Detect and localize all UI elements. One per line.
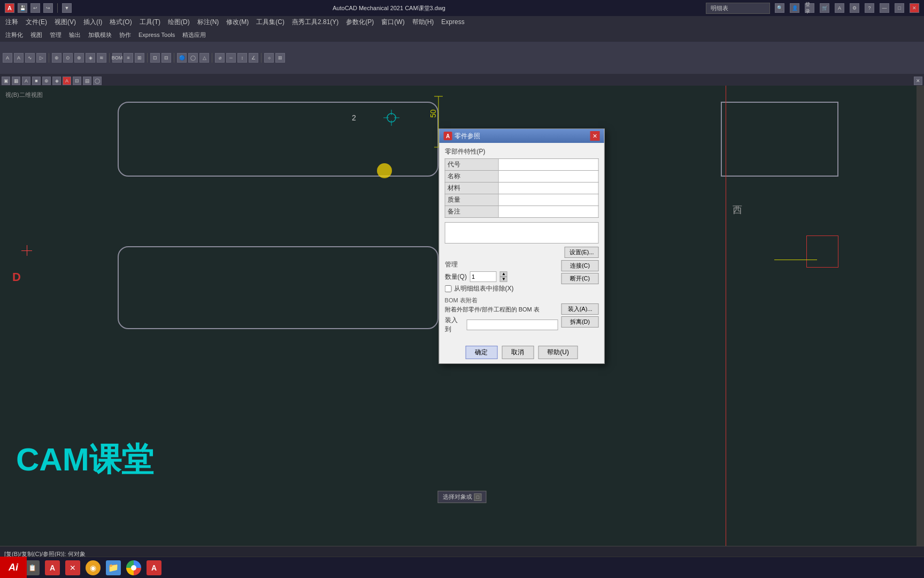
tab-view[interactable]: 视图 [27, 30, 45, 40]
strip-icon-1[interactable]: ▣ [2, 77, 10, 85]
tb-icon-20[interactable]: ↕ [237, 53, 247, 63]
strip-icon-3[interactable]: A [22, 77, 30, 85]
qty-input[interactable] [470, 271, 497, 282]
prop-value-code[interactable] [498, 159, 598, 171]
help-icon[interactable]: ? [865, 3, 874, 13]
cancel-button[interactable]: 取消 [502, 346, 534, 359]
menu-view[interactable]: 视图(V) [51, 17, 79, 28]
tb-icon-14[interactable]: ⊟ [161, 53, 171, 63]
strip-icon-9[interactable]: ◯ [93, 77, 102, 85]
tb-icon-8[interactable]: ◈ [86, 53, 95, 63]
prop-value-weight[interactable] [498, 194, 598, 206]
menu-draw[interactable]: 绘图(D) [165, 17, 193, 28]
menu-tools[interactable]: 工具(T) [136, 17, 164, 28]
canvas-area[interactable]: 视(B)二维视图 西 CAM课堂 50 2 D D [0, 86, 924, 546]
taskbar-autocad2[interactable]: A [144, 559, 164, 576]
menu-window[interactable]: 窗口(W) [378, 17, 407, 28]
minimize-icon[interactable]: — [880, 3, 889, 13]
load-to-input[interactable] [467, 320, 558, 330]
tb-icon-17[interactable]: △ [199, 53, 209, 63]
detach-button[interactable]: 拆离(D) [561, 316, 599, 328]
strip-icon-end1[interactable]: ✕ [914, 77, 922, 85]
tb-icon-6[interactable]: ⊙ [63, 53, 73, 63]
menu-insert[interactable]: 插入(I) [80, 17, 105, 28]
settings-button[interactable]: 设置(E)... [565, 247, 599, 258]
tb-icon-21[interactable]: ∠ [249, 53, 258, 63]
tb-icon-4[interactable]: ▷ [36, 53, 46, 63]
spinner-up[interactable]: ▲ [500, 271, 507, 277]
undo-icon[interactable]: ↩ [30, 3, 40, 13]
dialog-part-reference[interactable]: A 零件参照 ✕ 零部件特性(P) 代号 名称 材料 [439, 128, 605, 364]
taskbar-chrome[interactable] [124, 559, 143, 576]
tb-icon-16[interactable]: ◯ [188, 53, 198, 63]
prop-value-remark[interactable] [498, 206, 598, 218]
prop-value-material[interactable] [498, 182, 598, 194]
select-icon[interactable]: □ [474, 493, 482, 501]
upgrade-icon[interactable]: A [835, 3, 844, 13]
strip-icon-6[interactable]: ◈ [52, 77, 61, 85]
prop-value-name[interactable] [498, 171, 598, 182]
cart-icon[interactable]: 🛒 [820, 3, 829, 13]
tb-icon-2[interactable]: A [14, 53, 24, 63]
tab-manage[interactable]: 管理 [47, 30, 65, 40]
taskbar-autocad[interactable]: A [43, 559, 62, 576]
tb-icon-12[interactable]: ⊞ [135, 53, 144, 63]
help-button[interactable]: 帮助(U) [538, 346, 578, 359]
tb-icon-19[interactable]: ↔ [226, 53, 236, 63]
taskbar-explorer[interactable]: 📁 [104, 559, 123, 576]
search-icon[interactable]: 🔍 [775, 3, 784, 13]
menu-annotation[interactable]: 注释 [2, 17, 21, 28]
app-icon[interactable]: A [5, 3, 14, 13]
menu-express[interactable]: Express [438, 17, 467, 27]
tb-icon-3[interactable]: ∿ [25, 53, 35, 63]
dialog-close-btn[interactable]: ✕ [590, 131, 600, 141]
redo-icon[interactable]: ↪ [43, 3, 53, 13]
strip-icon-red[interactable]: A [63, 77, 71, 85]
user-icon[interactable]: 👤 [790, 3, 799, 13]
tb-icon-23[interactable]: ⊞ [275, 53, 285, 63]
confirm-button[interactable]: 确定 [465, 346, 497, 359]
tb-icon-11[interactable]: ≡ [124, 53, 133, 63]
strip-icon-4[interactable]: ■ [32, 77, 41, 85]
settings-icon[interactable]: ⚙ [850, 3, 859, 13]
tb-icon-13[interactable]: ⊡ [150, 53, 160, 63]
save-icon[interactable]: 💾 [18, 3, 27, 13]
menu-param[interactable]: 参数化(P) [343, 17, 377, 28]
tab-expresstools[interactable]: Express Tools [135, 31, 178, 39]
menu-yanxiu[interactable]: 燕秀工具2.81(Y) [289, 17, 342, 28]
load-button[interactable]: 装入(A)... [561, 303, 599, 315]
tab-featured[interactable]: 精选应用 [179, 30, 209, 40]
menu-help[interactable]: 帮助(H) [409, 17, 437, 28]
tab-output[interactable]: 输出 [66, 30, 84, 40]
tb-icon-10[interactable]: BOM [112, 53, 122, 63]
close-icon[interactable]: ✕ [910, 3, 919, 13]
menu-modify[interactable]: 修改(M) [223, 17, 252, 28]
tab-addmodule[interactable]: 加载模块 [85, 30, 115, 40]
connect-button[interactable]: 连接(C) [561, 260, 599, 271]
tab-collab[interactable]: 协作 [116, 30, 134, 40]
strip-icon-8[interactable]: ▤ [83, 77, 91, 85]
toolbar-toggle[interactable]: ▼ [62, 3, 72, 13]
tab-annotation[interactable]: 注释化 [2, 30, 26, 40]
disconnect-button[interactable]: 断开(C) [561, 273, 599, 284]
menu-format[interactable]: 格式(O) [106, 17, 135, 28]
strip-icon-7[interactable]: ⊟ [73, 77, 81, 85]
exclude-checkbox[interactable] [445, 285, 452, 292]
taskbar-redx[interactable]: ✕ [63, 559, 82, 576]
menu-file[interactable]: 文件(E) [22, 17, 50, 28]
tb-icon-18[interactable]: ⌀ [215, 53, 225, 63]
tb-icon-1[interactable]: A [3, 53, 12, 63]
search-box[interactable]: 明细表 [706, 3, 770, 14]
tb-icon-5[interactable]: ⊕ [52, 53, 61, 63]
menu-toolset[interactable]: 工具集(C) [253, 17, 288, 28]
taskbar-browser1[interactable]: ◉ [83, 559, 103, 576]
login-icon[interactable]: 登录 [805, 3, 814, 13]
strip-icon-5[interactable]: ⊕ [42, 77, 51, 85]
tb-icon-15[interactable]: 🔵 [177, 53, 187, 63]
menu-dimension[interactable]: 标注(N) [194, 17, 222, 28]
maximize-icon[interactable]: □ [895, 3, 904, 13]
strip-icon-2[interactable]: ▦ [12, 77, 20, 85]
tb-icon-7[interactable]: ⊗ [74, 53, 84, 63]
spinner-down[interactable]: ▼ [500, 277, 507, 282]
tb-icon-9[interactable]: ≋ [97, 53, 106, 63]
